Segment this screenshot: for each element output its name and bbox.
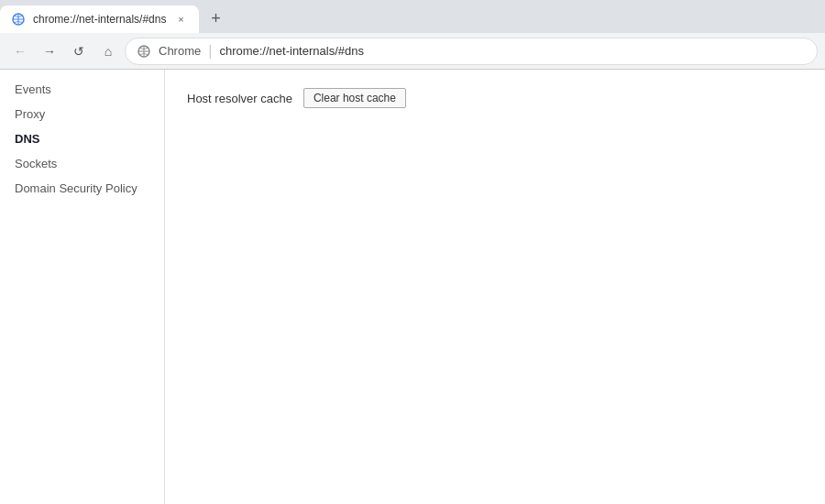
tab-title: chrome://net-internals/#dns (33, 13, 166, 26)
home-button[interactable]: ⌂ (95, 38, 121, 64)
sidebar: Events Proxy DNS Sockets Domain Security… (0, 70, 165, 504)
forward-button[interactable]: → (37, 38, 62, 64)
address-bar[interactable]: Chrome | chrome://net-internals/#dns (125, 38, 818, 65)
sidebar-item-sockets[interactable]: Sockets (0, 151, 164, 176)
sidebar-item-domain-security-policy[interactable]: Domain Security Policy (0, 176, 164, 201)
sidebar-item-proxy[interactable]: Proxy (0, 102, 164, 126)
back-button[interactable]: ← (7, 38, 33, 64)
chrome-brand-label: Chrome (159, 44, 201, 58)
clear-host-cache-button[interactable]: Clear host cache (303, 88, 406, 108)
active-tab[interactable]: chrome://net-internals/#dns × (0, 5, 199, 33)
host-resolver-label: Host resolver cache (187, 92, 292, 105)
sidebar-item-events[interactable]: Events (0, 77, 164, 102)
address-url: chrome://net-internals/#dns (219, 44, 364, 58)
tab-bar: chrome://net-internals/#dns × + (0, 0, 825, 33)
page-content: Events Proxy DNS Sockets Domain Security… (0, 70, 825, 504)
sidebar-item-dns[interactable]: DNS (0, 126, 164, 151)
host-resolver-row: Host resolver cache Clear host cache (187, 88, 803, 108)
site-icon (137, 44, 151, 59)
address-separator: | (208, 43, 212, 60)
tab-favicon-icon (11, 12, 26, 27)
tab-close-button[interactable]: × (173, 12, 188, 27)
new-tab-button[interactable]: + (203, 5, 228, 31)
reload-button[interactable]: ↺ (66, 38, 92, 64)
main-area: Host resolver cache Clear host cache (165, 70, 825, 504)
address-bar-row: ← → ↺ ⌂ Chrome | chrome://net-interna (0, 33, 825, 70)
browser-chrome: chrome://net-internals/#dns × + ← → ↺ ⌂ (0, 0, 825, 70)
